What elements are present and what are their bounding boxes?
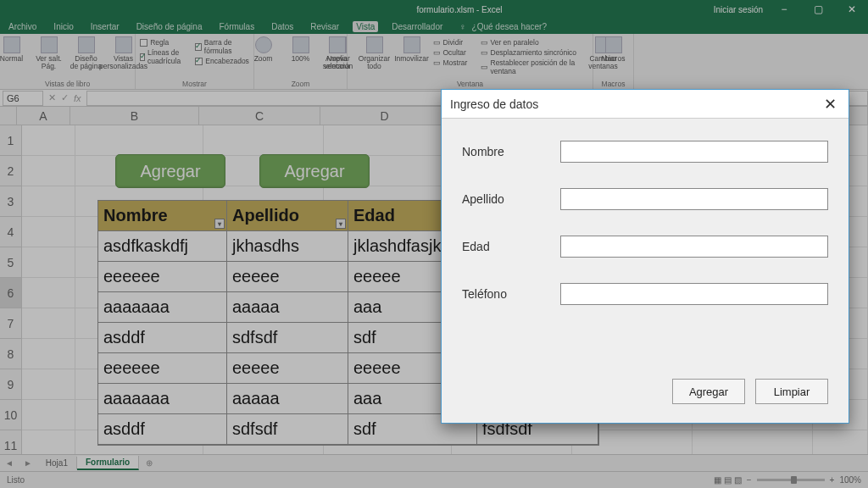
input-nombre[interactable]: [560, 141, 828, 163]
label-edad: Edad: [462, 240, 560, 253]
dialog-title: Ingreso de datos: [450, 97, 538, 111]
dialog-agregar-button[interactable]: Agregar: [672, 379, 745, 404]
label-telefono: Teléfono: [462, 287, 560, 301]
userform-dialog: Ingreso de datos ✕ Nombre Apellido Edad …: [441, 89, 849, 424]
dialog-close-icon[interactable]: ✕: [820, 94, 840, 114]
input-edad[interactable]: [560, 236, 828, 258]
label-nombre: Nombre: [462, 145, 560, 158]
dialog-limpiar-button[interactable]: Limpiar: [755, 379, 828, 404]
label-apellido: Apellido: [462, 192, 560, 206]
dialog-titlebar[interactable]: Ingreso de datos ✕: [442, 90, 849, 119]
input-apellido[interactable]: [560, 188, 828, 210]
input-telefono[interactable]: [560, 283, 828, 305]
